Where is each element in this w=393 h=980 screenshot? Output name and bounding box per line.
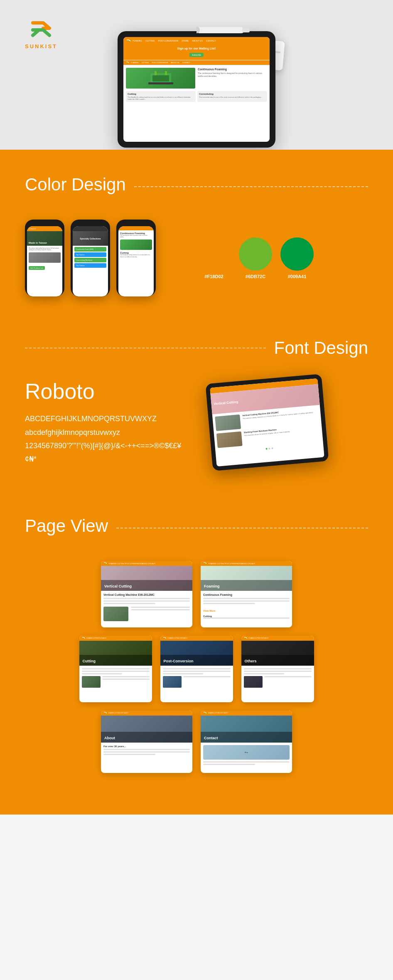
thumb-hero-about: About — [101, 716, 192, 743]
phone-screen-1: SUNKIST Made in Taiwan We produce high q… — [27, 226, 62, 296]
thumb-hero-cutting: Cutting — [79, 641, 152, 666]
grid-cutting-title: Cutting — [128, 93, 194, 95]
thumb-overlay-others: Others — [241, 655, 314, 666]
swatches-row: #F18D02 #6DB72C #009A41 — [197, 237, 314, 279]
phone2-title: Specialty Collections — [80, 237, 101, 240]
tablet-content-right: Continuous Foaming The continuous foamin… — [198, 68, 267, 89]
thumb-post-line-2 — [163, 671, 231, 672]
thumb-content-postconv — [160, 666, 233, 690]
thumb-contact-line-2 — [203, 764, 255, 765]
thumb-hero-foaming: Foaming — [201, 566, 292, 591]
phone-screen-3: Continuous Foaming The foaming line aims… — [118, 226, 154, 296]
tablet-hero-text: Sign up for our Mailing List! — [128, 47, 265, 50]
svg-rect-5 — [155, 71, 157, 75]
page-thumb-post-conversion[interactable]: FOAMING CUTTING POST ABOUT Post-Conversi… — [160, 636, 233, 702]
tablet-section-desc: The continuous foaming line is designed … — [198, 72, 267, 78]
thumb-cut-detail-2 — [102, 679, 150, 680]
thumb-nav-cutting: FOAMING CUTTING POST ABOUT — [79, 636, 152, 641]
page-row-1: FOAMING CUTTING POST-CONVERSION ABOUT CO… — [25, 561, 368, 627]
thumb-nav-contact: FOAMING CUTTING POST ABOUT — [201, 711, 292, 716]
phone2-menu: Continuous Foam (EW) Top Optima Convolut… — [73, 246, 108, 270]
svg-rect-4 — [152, 75, 169, 81]
svg-rect-6 — [165, 71, 167, 75]
thumb-overlay-about: About — [101, 732, 192, 743]
thumb-hero-others: Others — [241, 641, 314, 666]
phone2-menu-item-4[interactable]: Top Optima — [74, 263, 106, 268]
page-view-grid: FOAMING CUTTING POST-CONVERSION ABOUT CO… — [25, 561, 368, 773]
color-design-section: Color Design SUNKIST Made in Taiwan — [0, 150, 393, 313]
thumb-post-line-3 — [163, 673, 204, 674]
thumb-label-cutting: Cutting — [83, 659, 96, 663]
tablet-grid-cutting: Cutting The Bandknife cutting machine is… — [126, 91, 196, 102]
phone2-hero: Specialty Collections — [73, 231, 108, 246]
thumb-label-about: About — [104, 736, 115, 740]
brand-name: SUNKIST — [25, 43, 57, 49]
phone1-btn[interactable]: Get Products List — [29, 266, 45, 270]
phone1-nav-text: SUNKIST — [29, 228, 36, 230]
swatch-orange — [197, 237, 231, 271]
tablet-content: Continuous Foaming The continuous foamin… — [123, 65, 270, 91]
thumb-foam-link[interactable]: View More — [203, 610, 216, 612]
page-view-divider — [116, 528, 368, 528]
tablet2-hero-text: Vertical Cutting — [214, 400, 238, 405]
phone2-menu-item-1[interactable]: Continuous Foam (EW) — [74, 247, 106, 252]
page-view-header: Page View — [25, 516, 368, 540]
thumb-nav-postconv: FOAMING CUTTING POST ABOUT — [160, 636, 233, 641]
page-thumb-foaming[interactable]: FOAMING CUTTING POST-CONVERSION ABOUT CO… — [201, 561, 292, 627]
phone1-factory-img — [29, 252, 61, 263]
phone1-title: Made in Taiwan — [29, 242, 47, 244]
phone1-nav: SUNKIST — [27, 226, 62, 231]
tablet-subscribe-btn[interactable]: Subscribe — [189, 53, 204, 57]
thumb-overlay-postconv: Post-Conversion — [160, 655, 233, 666]
dot-1 — [265, 448, 267, 449]
grid-conv-text: The convolute wand is one of the most co… — [199, 96, 265, 98]
dot-2 — [268, 448, 270, 449]
phone1-content: We produce high quality foam products fo… — [27, 246, 62, 272]
phone2-menu-item-2[interactable]: Top Optima — [74, 252, 106, 257]
thumb-line-1 — [103, 598, 190, 599]
tablet2-content: Vertical Cutting Machine EW-2012MC The v… — [212, 405, 324, 458]
swatch-green-light-label: #6DB72C — [246, 274, 265, 279]
page-thumb-contact[interactable]: FOAMING CUTTING POST ABOUT Contact Map — [201, 711, 292, 773]
thumb-about-line-3 — [103, 754, 155, 755]
page-thumb-others[interactable]: FOAMING CUTTING POST ABOUT Others — [241, 636, 314, 702]
phone1-text: We produce high quality foam products fo… — [29, 247, 61, 251]
phone2-menu-item-3[interactable]: Convoluting Machines — [74, 258, 106, 262]
thumb-foam-line-3 — [203, 603, 255, 604]
thumb-label-vc: Vertical Cutting — [104, 584, 132, 588]
thumb-content-vc: Vertical Cutting Machine EW-2012MC — [101, 591, 192, 624]
page-thumb-cutting[interactable]: FOAMING CUTTING POST ABOUT Cutting — [79, 636, 152, 702]
phone3-content: Continuous Foaming The foaming line aims… — [118, 230, 154, 259]
phone-mockup-1: SUNKIST Made in Taiwan We produce high q… — [25, 220, 64, 296]
svg-rect-1 — [242, 28, 250, 32]
tablet-mockup-2: Vertical Cutting Vertical Cutting Machin… — [205, 374, 329, 471]
grid-conv-title: Convoluting — [199, 93, 265, 95]
thumb-cut-line-1 — [82, 668, 150, 669]
tablet2-product-img-1 — [215, 415, 241, 431]
thumb-nav-others: FOAMING CUTTING POST ABOUT — [241, 636, 314, 641]
bottom-spacer — [25, 773, 368, 790]
phone3-foaming-img — [120, 239, 152, 250]
thumb-post-detail-1 — [183, 676, 231, 677]
phone-notch-2 — [84, 223, 97, 225]
thumb-cut-line-2 — [82, 671, 150, 672]
page-thumb-about[interactable]: FOAMING CUTTING POST ABOUT About For ove… — [101, 711, 192, 773]
page-thumb-vertical-cutting[interactable]: FOAMING CUTTING POST-CONVERSION ABOUT CO… — [101, 561, 192, 627]
thumb-nav-about: FOAMING CUTTING POST ABOUT — [101, 711, 192, 716]
tablet-bottom-grid: Cutting The Bandknife cutting machine is… — [123, 91, 270, 104]
thumb-nav-foaming: FOAMING CUTTING POST-CONVERSION ABOUT CO… — [201, 561, 292, 566]
thumb-other-line-3 — [244, 673, 285, 674]
svg-rect-0 — [196, 27, 244, 33]
thumb-contact-line-1 — [203, 761, 290, 763]
color-design-header: Color Design — [25, 175, 368, 199]
color-swatches-group: #F18D02 #6DB72C #009A41 — [197, 237, 314, 279]
thumb-cut-img — [82, 676, 101, 688]
thumb-overlay-cutting: Cutting — [79, 655, 152, 666]
thumb-foaming-subtitle: Continuous Foaming — [203, 593, 290, 596]
page-row-2: FOAMING CUTTING POST ABOUT Cutting — [25, 636, 368, 702]
thumb-content-foaming: Continuous Foaming View More Cutting — [201, 591, 292, 622]
thumb-overlay-foaming: Foaming — [201, 580, 292, 591]
hero-section: SUNKIST Inbox — [0, 0, 393, 150]
thumb-hero-vc: Vertical Cutting — [101, 566, 192, 591]
tablet-screen-2: Vertical Cutting Vertical Cutting Machin… — [210, 378, 324, 467]
